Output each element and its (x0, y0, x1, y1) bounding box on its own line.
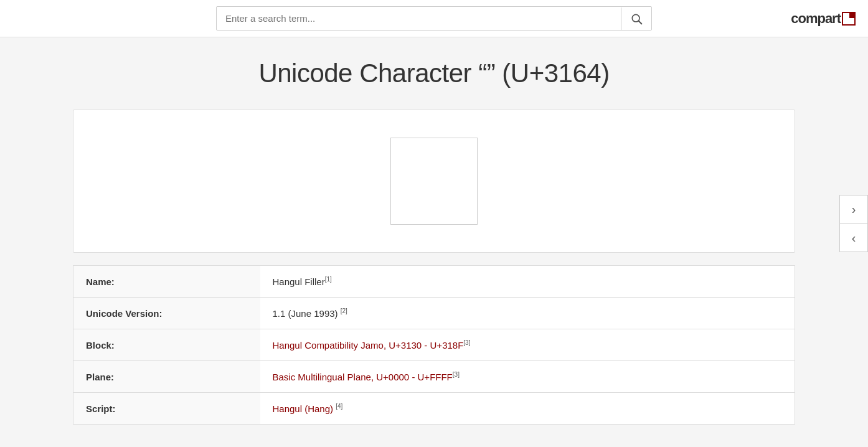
properties-table: Name: Hangul Filler[1] Unicode Version: … (73, 265, 795, 425)
title-prefix: Unicode Character “ (258, 59, 486, 88)
page-title: Unicode Character “ㅤ” (U+3164) (73, 56, 795, 91)
page-navigation: › ‹ (839, 195, 868, 252)
block-link[interactable]: Hangul Compatibility Jamo, U+3130 - U+31… (273, 340, 464, 351)
footnote-3: [3] (463, 339, 470, 346)
prop-label-script: Script: (73, 393, 260, 425)
script-link[interactable]: Hangul (Hang) (273, 403, 334, 414)
footnote-4: [4] (336, 403, 342, 410)
site-logo: compart (791, 11, 856, 27)
search-form (216, 6, 652, 31)
prop-label-name: Name: (73, 266, 260, 298)
title-suffix: ” (U+3164) (487, 59, 610, 88)
table-row: Unicode Version: 1.1 (June 1993) [2] (73, 298, 795, 329)
prop-value-script: Hangul (Hang) [4] (260, 393, 795, 425)
prop-label-unicode-version: Unicode Version: (73, 298, 260, 329)
next-character-button[interactable]: › (839, 195, 868, 224)
prop-value-name: Hangul Filler[1] (260, 266, 795, 298)
plane-link[interactable]: Basic Multilingual Plane, U+0000 - U+FFF… (273, 372, 453, 382)
prev-character-button[interactable]: ‹ (839, 224, 868, 252)
character-glyph-box: ㅤ (390, 138, 478, 225)
search-icon (630, 12, 643, 25)
prev-icon: ‹ (852, 231, 856, 245)
site-header: compart (0, 0, 868, 37)
prop-label-block: Block: (73, 329, 260, 361)
table-row: Script: Hangul (Hang) [4] (73, 393, 795, 425)
main-content: Unicode Character “ㅤ” (U+3164) ㅤ Name: H… (60, 37, 808, 443)
prop-label-plane: Plane: (73, 361, 260, 393)
prop-value-plane: Basic Multilingual Plane, U+0000 - U+FFF… (260, 361, 795, 393)
table-row: Name: Hangul Filler[1] (73, 266, 795, 298)
footnote-2: [2] (341, 308, 347, 314)
logo-icon (842, 12, 856, 26)
next-icon: › (852, 202, 856, 217)
search-button[interactable] (621, 7, 651, 30)
prop-value-block: Hangul Compatibility Jamo, U+3130 - U+31… (260, 329, 795, 361)
footnote-3b: [3] (453, 371, 460, 378)
prop-value-unicode-version: 1.1 (June 1993) [2] (260, 298, 795, 329)
table-row: Block: Hangul Compatibility Jamo, U+3130… (73, 329, 795, 361)
logo-text: compart (791, 11, 841, 27)
table-row: Plane: Basic Multilingual Plane, U+0000 … (73, 361, 795, 393)
footnote-1: [1] (325, 276, 332, 283)
svg-line-1 (639, 21, 642, 24)
character-display-box: ㅤ (73, 110, 795, 253)
search-input[interactable] (217, 7, 621, 30)
